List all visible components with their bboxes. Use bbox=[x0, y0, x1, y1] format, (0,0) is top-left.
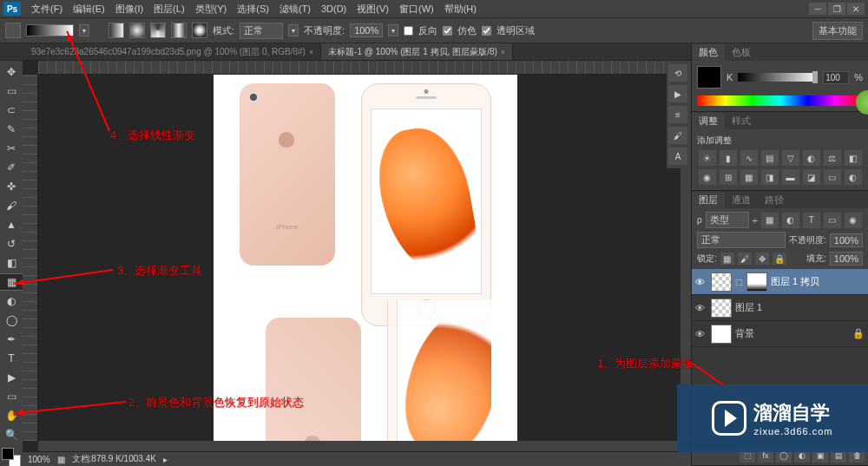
workspace-select[interactable]: 基本功能 bbox=[812, 22, 863, 40]
history-brush-tool[interactable]: ↺ bbox=[2, 235, 21, 253]
fill-field[interactable]: 100% bbox=[830, 252, 863, 266]
lock-paint-icon[interactable]: 🖌 bbox=[738, 253, 752, 265]
menu-file[interactable]: 文件(F) bbox=[26, 3, 68, 16]
k-value-field[interactable] bbox=[823, 71, 849, 84]
selective-color-icon[interactable]: ◐ bbox=[845, 169, 862, 185]
window-close[interactable]: ✕ bbox=[847, 3, 865, 15]
quick-select-tool[interactable]: ✎ bbox=[2, 121, 21, 138]
layer-row-1[interactable]: 👁 ⬚ 图层 1 拷贝 bbox=[692, 269, 868, 295]
zoom-icon[interactable]: ▦ bbox=[57, 455, 65, 464]
path-select-tool[interactable]: ▶ bbox=[2, 369, 21, 386]
color-swatch[interactable] bbox=[697, 66, 721, 89]
filter-type-icon[interactable]: T bbox=[803, 213, 820, 228]
blend-mode-select[interactable]: 正常 bbox=[240, 23, 283, 39]
reflected-gradient-button[interactable] bbox=[171, 23, 187, 38]
layer-name-label[interactable]: 图层 1 拷贝 bbox=[771, 275, 865, 288]
menu-3d[interactable]: 3D(D) bbox=[316, 3, 352, 14]
adjustments-tab[interactable]: 调整 bbox=[692, 113, 725, 129]
layer-blend-select[interactable]: 正常 bbox=[697, 232, 786, 248]
menu-select[interactable]: 选择(S) bbox=[232, 3, 274, 16]
opacity-dropdown[interactable]: ▾ bbox=[388, 24, 398, 36]
reverse-checkbox[interactable] bbox=[404, 26, 413, 36]
move-tool[interactable]: ✥ bbox=[2, 63, 21, 81]
threshold-icon[interactable]: ◪ bbox=[803, 169, 820, 185]
color-tab[interactable]: 颜色 bbox=[692, 44, 725, 61]
bw-icon[interactable]: ◧ bbox=[845, 150, 862, 166]
healing-tool[interactable]: ✜ bbox=[2, 178, 21, 195]
doc-info[interactable]: 文档:878.9 K/1003.4K bbox=[72, 453, 156, 465]
menu-window[interactable]: 窗口(W) bbox=[394, 3, 439, 16]
visibility-icon[interactable]: 👁 bbox=[695, 303, 707, 313]
color-swatches[interactable] bbox=[2, 448, 21, 466]
window-minimize[interactable]: ─ bbox=[809, 3, 826, 15]
brush-tool[interactable]: 🖌 bbox=[2, 197, 21, 214]
layer-thumbnail[interactable] bbox=[711, 299, 732, 318]
invert-icon[interactable]: ◨ bbox=[761, 169, 779, 185]
dither-checkbox[interactable] bbox=[443, 26, 452, 36]
blur-tool[interactable]: ◐ bbox=[2, 292, 21, 310]
doc-tab-1[interactable]: 93e7e3c628a26546c0947a199cbd23d5.png @ 1… bbox=[24, 43, 321, 60]
blend-mode-dropdown[interactable]: ▾ bbox=[288, 24, 299, 36]
mask-thumbnail[interactable] bbox=[746, 272, 767, 292]
vibrance-icon[interactable]: ▽ bbox=[782, 150, 799, 166]
hue-ramp[interactable] bbox=[697, 95, 863, 106]
ruler-vertical[interactable] bbox=[23, 75, 38, 441]
layer-name-label[interactable]: 图层 1 bbox=[735, 301, 865, 314]
zoom-tool[interactable]: 🔍 bbox=[2, 426, 21, 443]
character-panel-icon[interactable]: A bbox=[668, 148, 687, 165]
color-lookup-icon[interactable]: ▦ bbox=[740, 169, 758, 185]
gradient-preview[interactable] bbox=[26, 24, 74, 36]
shape-tool[interactable]: ▭ bbox=[2, 388, 21, 405]
foreground-color[interactable] bbox=[2, 448, 14, 460]
radial-gradient-button[interactable] bbox=[129, 23, 145, 38]
document-canvas[interactable]: iPhone bbox=[214, 75, 517, 451]
layer-row-2[interactable]: 👁 图层 1 bbox=[692, 295, 868, 321]
crop-tool[interactable]: ✂ bbox=[2, 140, 21, 157]
layer-thumbnail[interactable] bbox=[711, 325, 732, 344]
brightness-icon[interactable]: ☀ bbox=[699, 150, 716, 166]
visibility-icon[interactable]: 👁 bbox=[695, 277, 707, 287]
channel-mixer-icon[interactable]: ⊞ bbox=[720, 169, 737, 185]
menu-help[interactable]: 帮助(H) bbox=[439, 3, 482, 16]
gradient-picker-dropdown[interactable]: ▾ bbox=[79, 24, 89, 36]
properties-panel-icon[interactable]: ≡ bbox=[668, 106, 687, 123]
ruler-horizontal[interactable] bbox=[38, 61, 681, 75]
photo-filter-icon[interactable]: ◉ bbox=[699, 169, 716, 185]
lock-trans-icon[interactable]: ▦ bbox=[720, 253, 734, 265]
tool-preset-icon[interactable] bbox=[5, 23, 21, 38]
menu-layer[interactable]: 图层(L) bbox=[148, 3, 189, 16]
eraser-tool[interactable]: ◧ bbox=[2, 254, 21, 272]
exposure-icon[interactable]: ▤ bbox=[761, 150, 779, 166]
window-restore[interactable]: ❐ bbox=[828, 3, 845, 15]
filter-pixel-icon[interactable]: ▦ bbox=[761, 213, 779, 228]
lock-all-icon[interactable]: 🔒 bbox=[773, 253, 786, 265]
levels-icon[interactable]: ▮ bbox=[720, 150, 737, 166]
doc-tab-2[interactable]: 未标题-1 @ 100% (图层 1 拷贝, 图层蒙版/8) × bbox=[321, 43, 513, 60]
marquee-tool[interactable]: ▭ bbox=[2, 82, 21, 100]
transparency-checkbox[interactable] bbox=[482, 26, 491, 36]
layer-row-3[interactable]: 👁 背景 🔒 bbox=[692, 321, 868, 347]
layers-tab[interactable]: 图层 bbox=[692, 192, 725, 208]
stamp-tool[interactable]: ▲ bbox=[2, 216, 21, 233]
paths-tab[interactable]: 路径 bbox=[758, 192, 791, 208]
layer-name-label[interactable]: 背景 bbox=[735, 327, 849, 340]
k-slider[interactable] bbox=[738, 73, 818, 82]
menu-image[interactable]: 图像(I) bbox=[110, 3, 148, 16]
channels-tab[interactable]: 通道 bbox=[725, 192, 758, 208]
pen-tool[interactable]: ✒ bbox=[2, 331, 21, 348]
history-panel-icon[interactable]: ⟲ bbox=[668, 64, 687, 82]
styles-tab[interactable]: 样式 bbox=[725, 113, 758, 129]
dodge-tool[interactable]: ◯ bbox=[2, 312, 21, 329]
angle-gradient-button[interactable] bbox=[150, 23, 166, 38]
opacity-field[interactable]: 100% bbox=[350, 23, 383, 37]
swatches-tab[interactable]: 色板 bbox=[725, 44, 758, 61]
close-icon[interactable]: × bbox=[309, 48, 313, 56]
posterize-icon[interactable]: ▬ bbox=[782, 169, 799, 185]
linear-gradient-button[interactable] bbox=[108, 23, 124, 38]
menu-filter[interactable]: 滤镜(T) bbox=[274, 3, 316, 16]
type-tool[interactable]: T bbox=[2, 350, 21, 367]
filter-shape-icon[interactable]: ▭ bbox=[824, 213, 841, 228]
brush-panel-icon[interactable]: 🖌 bbox=[668, 127, 687, 144]
gradient-map-icon[interactable]: ▭ bbox=[824, 169, 841, 185]
layer-thumbnail[interactable] bbox=[711, 272, 732, 292]
